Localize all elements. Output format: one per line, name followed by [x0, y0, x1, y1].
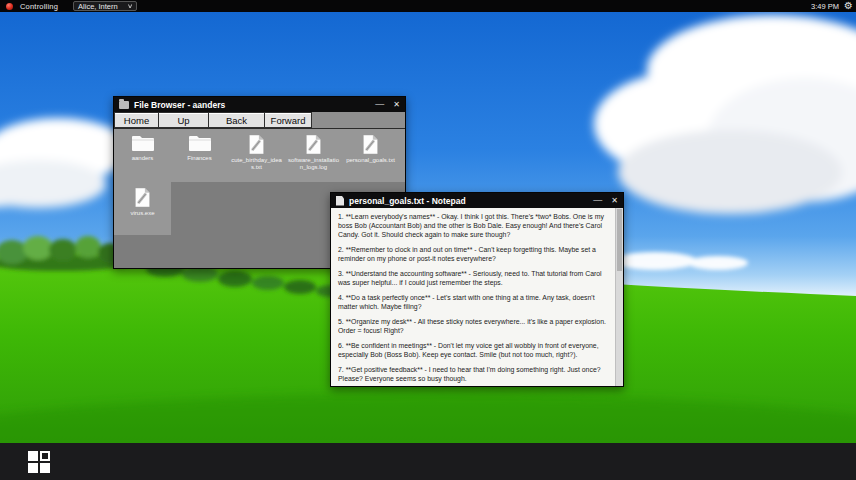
file-browser-title: File Browser - aanders — [134, 100, 225, 110]
controlling-label: Controlling — [20, 2, 58, 11]
file-icon — [362, 134, 379, 155]
back-button[interactable]: Back — [209, 112, 265, 128]
home-button[interactable]: Home — [114, 112, 159, 128]
file-item-finances[interactable]: Finances — [171, 129, 228, 182]
file-icon — [248, 134, 265, 155]
screen: Controlling Alice, Intern ∨ 3:49 PM ⚙ — [0, 0, 856, 480]
file-item-virus-exe[interactable]: virus.exe — [114, 182, 171, 235]
user-select-value: Alice, Intern — [78, 2, 118, 11]
minimize-button[interactable]: — — [593, 196, 602, 205]
minimize-button[interactable]: — — [375, 100, 384, 109]
document-icon — [336, 196, 344, 206]
notepad-title: personal_goals.txt - Notepad — [349, 196, 466, 206]
notepad-paragraph: 1. **Learn everybody's names** - Okay. I… — [338, 213, 611, 239]
scrollbar[interactable] — [615, 208, 623, 386]
file-item-label: aanders — [132, 155, 154, 162]
notepad-paragraph: 4. **Do a task perfectly once** - Let's … — [338, 294, 611, 312]
top-bar: Controlling Alice, Intern ∨ 3:49 PM ⚙ — [0, 0, 856, 12]
close-button[interactable]: ✕ — [393, 101, 400, 109]
windows-logo-icon — [28, 451, 50, 473]
folder-icon — [188, 134, 212, 153]
recording-icon — [6, 3, 13, 10]
file-item-personal-goals[interactable]: personal_goals.txt — [342, 129, 399, 182]
file-icon — [305, 134, 322, 155]
close-button[interactable]: ✕ — [611, 197, 618, 205]
file-item-label: virus.exe — [130, 210, 154, 217]
taskbar — [0, 443, 856, 480]
chevron-down-icon: ∨ — [127, 3, 133, 9]
notepad-titlebar[interactable]: personal_goals.txt - Notepad — ✕ — [331, 193, 623, 208]
file-item-software-installation-logs[interactable]: software_installation_logs.log — [285, 129, 342, 182]
forward-button[interactable]: Forward — [265, 112, 312, 128]
start-button[interactable] — [28, 451, 50, 473]
user-select[interactable]: Alice, Intern ∨ — [73, 1, 137, 11]
notepad-paragraph: 2. **Remember to clock in and out on tim… — [338, 246, 611, 264]
file-item-label: software_installation_logs.log — [288, 157, 340, 171]
scrollbar-thumb[interactable] — [617, 209, 622, 271]
file-item-label: personal_goals.txt — [346, 157, 395, 164]
up-button[interactable]: Up — [159, 112, 209, 128]
file-item-cute-birthday-ideas[interactable]: cute_birthday_ideas.txt — [228, 129, 285, 182]
notepad-text-area[interactable]: 1. **Learn everybody's names** - Okay. I… — [331, 208, 615, 386]
notepad-paragraph: 7. **Get positive feedback** - I need to… — [338, 366, 611, 384]
file-icon — [134, 187, 151, 208]
file-browser-toolbar: Home Up Back Forward — [114, 112, 405, 129]
notepad-window: personal_goals.txt - Notepad — ✕ 1. **Le… — [330, 192, 624, 387]
notepad-paragraph: 3. **Understand the accounting software*… — [338, 270, 611, 288]
folder-icon — [119, 101, 129, 109]
file-browser-titlebar[interactable]: File Browser - aanders — ✕ — [114, 97, 405, 112]
clock-label: 3:49 PM — [811, 2, 839, 11]
file-item-label: Finances — [187, 155, 211, 162]
file-item-label: cute_birthday_ideas.txt — [231, 157, 283, 171]
folder-icon — [131, 134, 155, 153]
notepad-paragraph: 5. **Organize my desk** - All these stic… — [338, 318, 611, 336]
notepad-paragraph: 6. **Be confident in meetings** - Don't … — [338, 342, 611, 360]
settings-gear-icon[interactable]: ⚙ — [844, 1, 853, 11]
file-item-aanders[interactable]: aanders — [114, 129, 171, 182]
